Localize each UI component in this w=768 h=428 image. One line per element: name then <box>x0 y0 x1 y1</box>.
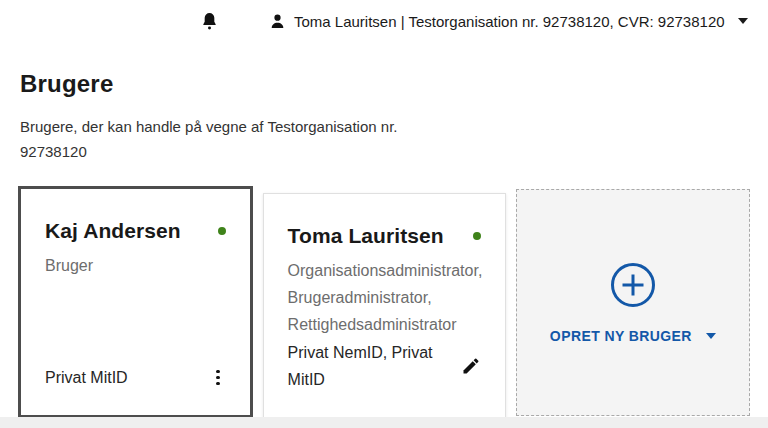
user-roles: Bruger <box>45 252 226 279</box>
card-header: Toma Lauritsen <box>288 224 481 248</box>
user-roles: Organisationsadministrator, Brugeradmini… <box>288 257 481 338</box>
create-user-button[interactable]: OPRET NY BRUGER <box>550 328 716 344</box>
chevron-down-icon <box>738 18 748 24</box>
notification-bell-button[interactable] <box>201 11 218 32</box>
card-footer: Privat MitID <box>45 364 226 391</box>
kebab-menu-icon[interactable] <box>210 366 226 390</box>
page-subtitle: Brugere, der kan handle på vegne af Test… <box>20 114 440 164</box>
main-content: Brugere Brugere, der kan handle på vegne… <box>0 70 768 418</box>
status-active-icon <box>218 227 226 235</box>
person-icon <box>269 13 286 30</box>
user-credentials: Privat NemID, Privat MitID <box>288 339 453 393</box>
chevron-down-icon <box>706 333 716 339</box>
user-name: Toma Lauritsen <box>288 224 444 248</box>
card-footer: Privat NemID, Privat MitID <box>288 339 481 393</box>
page-fold-shadow <box>0 417 768 428</box>
user-name: Kaj Andersen <box>45 219 181 243</box>
user-card-list: Kaj Andersen Bruger Privat MitID Toma La… <box>18 186 750 418</box>
create-user-label: OPRET NY BRUGER <box>550 328 692 344</box>
edit-pencil-icon[interactable] <box>461 356 481 376</box>
user-credentials: Privat MitID <box>45 364 128 391</box>
plus-circle-icon <box>610 262 656 308</box>
account-label: Toma Lauritsen | Testorganisation nr. 92… <box>294 13 725 30</box>
user-card-kaj-andersen[interactable]: Kaj Andersen Bruger Privat MitID <box>18 186 253 418</box>
status-active-icon <box>473 232 481 240</box>
account-menu[interactable]: Toma Lauritsen | Testorganisation nr. 92… <box>269 13 748 30</box>
card-header: Kaj Andersen <box>45 219 226 243</box>
create-user-card[interactable]: OPRET NY BRUGER <box>516 189 750 416</box>
bell-icon <box>201 11 218 32</box>
page-title: Brugere <box>20 70 750 98</box>
top-bar: Toma Lauritsen | Testorganisation nr. 92… <box>0 0 768 34</box>
user-card-toma-lauritsen[interactable]: Toma Lauritsen Organisationsadministrato… <box>263 193 506 418</box>
